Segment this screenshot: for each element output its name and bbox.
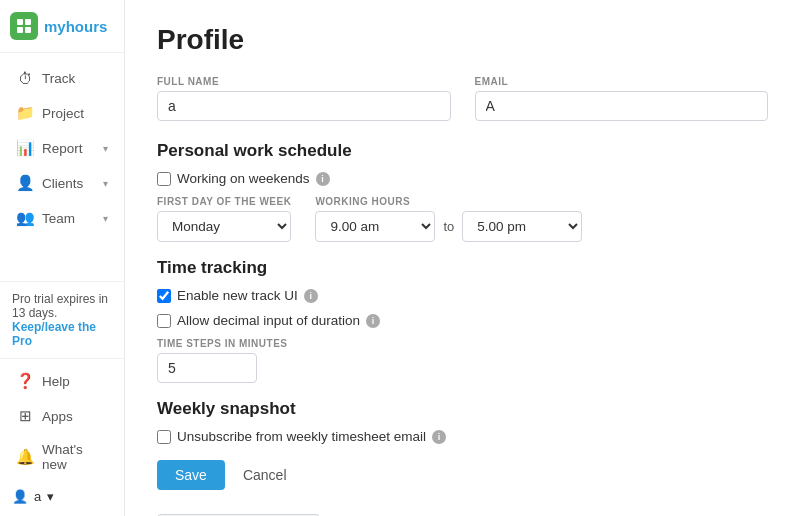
to-label: to: [443, 219, 454, 234]
apps-icon: ⊞: [16, 407, 34, 425]
working-hours-from-select[interactable]: 8.00 am 8.30 am 9.00 am 9.30 am: [315, 211, 435, 242]
sidebar-item-team[interactable]: 👥 Team ▾: [4, 201, 120, 235]
allow-decimal-checkbox[interactable]: [157, 314, 171, 328]
report-icon: 📊: [16, 139, 34, 157]
team-icon: 👥: [16, 209, 34, 227]
enable-new-track-row: Enable new track UI i: [157, 288, 768, 303]
keep-pro-link[interactable]: Keep/leave the Pro: [12, 320, 112, 348]
sidebar-label-team: Team: [42, 211, 75, 226]
chevron-down-icon: ▾: [103, 178, 108, 189]
help-icon: ❓: [16, 372, 34, 390]
working-hours-selects: 8.00 am 8.30 am 9.00 am 9.30 am to 4.30 …: [315, 211, 582, 242]
sidebar-label-report: Report: [42, 141, 83, 156]
sidebar-label-track: Track: [42, 71, 75, 86]
user-menu[interactable]: 👤 a ▾: [0, 481, 124, 512]
action-buttons: Save Cancel: [157, 460, 768, 490]
time-steps-label: TIME STEPS IN MINUTES: [157, 338, 768, 349]
time-tracking-title: Time tracking: [157, 258, 768, 278]
chevron-down-icon: ▾: [103, 213, 108, 224]
sidebar-item-help[interactable]: ❓ Help: [4, 364, 120, 398]
unsubscribe-row: Unsubscribe from weekly timesheet email …: [157, 429, 768, 444]
working-hours-label: WORKING HOURS: [315, 196, 582, 207]
unsubscribe-checkbox[interactable]: [157, 430, 171, 444]
enable-new-track-info-icon[interactable]: i: [304, 289, 318, 303]
logo-text: myhours: [44, 18, 107, 35]
sidebar-bottom: ❓ Help ⊞ Apps 🔔 What's new 👤 a ▾: [0, 358, 124, 516]
sidebar-label-clients: Clients: [42, 176, 83, 191]
sidebar-item-clients[interactable]: 👤 Clients ▾: [4, 166, 120, 200]
enable-new-track-checkbox[interactable]: [157, 289, 171, 303]
sidebar-nav: ⏱ Track 📁 Project 📊 Report ▾ 👤 Clients ▾…: [0, 53, 124, 281]
svg-rect-1: [25, 19, 31, 25]
cancel-button[interactable]: Cancel: [235, 460, 295, 490]
full-name-label: FULL NAME: [157, 76, 451, 87]
working-weekends-info-icon[interactable]: i: [316, 172, 330, 186]
working-weekends-checkbox[interactable]: [157, 172, 171, 186]
sidebar-label-apps: Apps: [42, 409, 73, 424]
sidebar-label-project: Project: [42, 106, 84, 121]
logo: myhours: [0, 0, 124, 53]
working-hours-group: WORKING HOURS 8.00 am 8.30 am 9.00 am 9.…: [315, 196, 582, 242]
sidebar: myhours ⏱ Track 📁 Project 📊 Report ▾ 👤 C…: [0, 0, 125, 516]
working-hours-to-select[interactable]: 4.30 pm 5.00 pm 5.30 pm 6.00 pm: [462, 211, 582, 242]
svg-rect-3: [25, 27, 31, 33]
sidebar-label-whats-new: What's new: [42, 442, 108, 472]
email-group: EMAIL: [475, 76, 769, 121]
chevron-down-icon: ▾: [103, 143, 108, 154]
unsubscribe-info-icon[interactable]: i: [432, 430, 446, 444]
allow-decimal-info-icon[interactable]: i: [366, 314, 380, 328]
user-label: a: [34, 489, 41, 504]
sidebar-item-apps[interactable]: ⊞ Apps: [4, 399, 120, 433]
enable-new-track-label: Enable new track UI: [177, 288, 298, 303]
page-title: Profile: [157, 24, 768, 56]
chevron-down-icon: ▾: [47, 489, 54, 504]
sidebar-item-track[interactable]: ⏱ Track: [4, 62, 120, 95]
allow-decimal-row: Allow decimal input of duration i: [157, 313, 768, 328]
bell-icon: 🔔: [16, 448, 34, 466]
svg-rect-0: [17, 19, 23, 25]
project-icon: 📁: [16, 104, 34, 122]
sidebar-label-help: Help: [42, 374, 70, 389]
promo-banner: Pro trial expires in 13 days. Keep/leave…: [0, 281, 124, 358]
sidebar-item-project[interactable]: 📁 Project: [4, 96, 120, 130]
full-name-group: FULL NAME: [157, 76, 451, 121]
time-steps-group: TIME STEPS IN MINUTES: [157, 338, 768, 383]
first-day-select[interactable]: Monday Sunday Saturday: [157, 211, 291, 242]
user-avatar-icon: 👤: [12, 489, 28, 504]
first-day-group: FIRST DAY OF THE WEEK Monday Sunday Satu…: [157, 196, 291, 242]
first-day-label: FIRST DAY OF THE WEEK: [157, 196, 291, 207]
svg-rect-2: [17, 27, 23, 33]
schedule-row: FIRST DAY OF THE WEEK Monday Sunday Satu…: [157, 196, 768, 242]
track-icon: ⏱: [16, 70, 34, 87]
email-input[interactable]: [475, 91, 769, 121]
email-label: EMAIL: [475, 76, 769, 87]
save-button[interactable]: Save: [157, 460, 225, 490]
unsubscribe-label: Unsubscribe from weekly timesheet email: [177, 429, 426, 444]
sidebar-item-whats-new[interactable]: 🔔 What's new: [4, 434, 120, 480]
promo-text: Pro trial expires in 13 days.: [12, 292, 108, 320]
name-email-row: FULL NAME EMAIL: [157, 76, 768, 121]
full-name-input[interactable]: [157, 91, 451, 121]
allow-decimal-label: Allow decimal input of duration: [177, 313, 360, 328]
clients-icon: 👤: [16, 174, 34, 192]
time-steps-input[interactable]: [157, 353, 257, 383]
working-weekends-row: Working on weekends i: [157, 171, 768, 186]
working-weekends-label: Working on weekends: [177, 171, 310, 186]
weekly-snapshot-title: Weekly snapshot: [157, 399, 768, 419]
personal-work-schedule-title: Personal work schedule: [157, 141, 768, 161]
main-content: Profile FULL NAME EMAIL Personal work sc…: [125, 0, 800, 516]
logo-icon: [10, 12, 38, 40]
sidebar-item-report[interactable]: 📊 Report ▾: [4, 131, 120, 165]
